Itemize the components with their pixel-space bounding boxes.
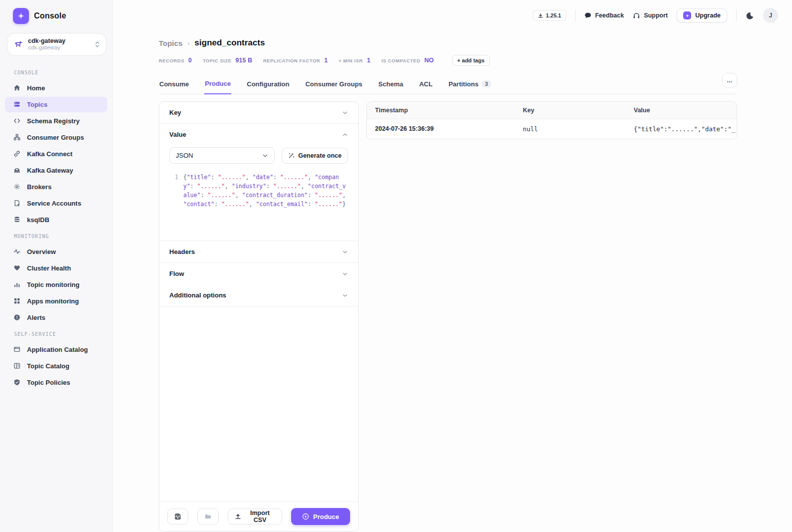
tab-produce[interactable]: Produce xyxy=(204,77,231,94)
column-header-key: Key xyxy=(515,102,626,119)
tab-acl[interactable]: ACL xyxy=(418,77,433,94)
value-section-body: JSON Generate once 1 {"title": "......",… xyxy=(159,145,358,241)
file-badge-icon xyxy=(13,200,21,207)
tab-schema[interactable]: Schema xyxy=(378,77,404,94)
produce-form-card: Key Value JSON xyxy=(159,101,359,532)
select-updown-icon xyxy=(95,40,100,48)
record-timestamp: 2024-07-26 15:36:39 xyxy=(367,119,515,139)
console-logo-icon xyxy=(13,8,29,24)
link-icon xyxy=(13,150,21,157)
sidebar-item-label: Topic monitoring xyxy=(27,281,79,288)
headset-icon xyxy=(633,12,640,19)
generate-once-button[interactable]: Generate once xyxy=(282,148,348,164)
import-csv-button[interactable]: Import CSV xyxy=(228,509,282,525)
folder-icon xyxy=(204,513,212,520)
sidebar-nav: CONSOLE Home Topics Schema Registry Cons… xyxy=(0,65,112,390)
sidebar-item-home[interactable]: Home xyxy=(5,80,107,96)
headers-section-toggle[interactable]: Headers xyxy=(159,241,358,263)
chevron-down-icon xyxy=(262,153,268,159)
open-folder-button[interactable] xyxy=(197,509,218,525)
topbar: 1.25.1 Feedback Support Upgrade J xyxy=(113,0,792,31)
topic-stats-row: RECORDS 0 TOPIC SIZE 915 B REPLICATION F… xyxy=(159,55,737,66)
form-card-spacer xyxy=(159,306,358,502)
browser-icon xyxy=(13,346,21,353)
stat-topic-size: TOPIC SIZE 915 B xyxy=(203,57,252,64)
sidebar-item-topic-monitoring[interactable]: Topic monitoring xyxy=(5,277,107,292)
sidebar-item-label: ksqlDB xyxy=(27,216,49,224)
sidebar-item-alerts[interactable]: Alerts xyxy=(5,310,107,325)
sidebar-item-overview[interactable]: Overview xyxy=(5,244,107,260)
tab-configuration[interactable]: Configuration xyxy=(246,77,290,94)
topic-tabs: Consume Produce Configuration Consumer G… xyxy=(159,77,737,94)
feedback-button[interactable]: Feedback xyxy=(585,12,624,19)
version-button[interactable]: 1.25.1 xyxy=(533,10,566,21)
format-selected-value: JSON xyxy=(176,152,193,159)
sidebar-item-schema-registry[interactable]: Schema Registry xyxy=(5,113,107,129)
add-tags-button[interactable]: + add tags xyxy=(452,55,490,66)
stat-replication-factor: REPLICATION FACTOR 1 xyxy=(263,57,328,64)
sidebar-item-label: Application Catalog xyxy=(27,346,88,353)
sidebar-item-service-accounts[interactable]: Service Accounts xyxy=(5,196,107,211)
sidebar-item-ksqldb[interactable]: ksqlDB xyxy=(5,212,107,228)
stat-min-isr: < MIN ISR 1 xyxy=(339,57,371,64)
topbar-divider xyxy=(575,9,576,21)
support-button[interactable]: Support xyxy=(633,12,668,19)
upgrade-label: Upgrade xyxy=(695,12,721,19)
key-section-toggle[interactable]: Key xyxy=(159,102,358,123)
chat-bubble-icon xyxy=(585,12,592,19)
sidebar-item-brokers[interactable]: Brokers xyxy=(5,179,107,195)
sidebar-item-cluster-health[interactable]: Cluster Health xyxy=(5,261,107,276)
editor-line-number: 1 xyxy=(170,173,178,236)
sidebar-item-topic-catalog[interactable]: Topic Catalog xyxy=(5,358,107,374)
flow-section-toggle[interactable]: Flow xyxy=(159,263,358,284)
avatar-initial: J xyxy=(769,12,773,19)
sidebar: Console cdk-gateway cdk-gateway CONSOLE … xyxy=(0,0,113,532)
sidebar-item-apps-monitoring[interactable]: Apps monitoring xyxy=(5,293,107,309)
dark-mode-toggle[interactable] xyxy=(746,11,754,20)
alert-circle-icon xyxy=(13,314,21,321)
support-label: Support xyxy=(644,12,668,19)
key-section-title: Key xyxy=(169,109,181,116)
grid-icon xyxy=(13,297,21,304)
app-title: Console xyxy=(34,11,66,20)
sidebar-item-consumer-groups[interactable]: Consumer Groups xyxy=(5,130,107,145)
sidebar-item-kafka-gateway[interactable]: Kafka Gateway xyxy=(5,163,107,178)
upload-icon xyxy=(235,514,241,520)
value-section-toggle[interactable]: Value xyxy=(159,124,358,145)
code-brackets-icon xyxy=(13,117,21,124)
sidebar-item-label: Home xyxy=(27,84,45,92)
cluster-selector[interactable]: cdk-gateway cdk-gateway xyxy=(7,33,106,56)
save-icon xyxy=(174,513,181,520)
table-row[interactable]: 2024-07-26 15:36:39 null {"title":".....… xyxy=(367,119,737,139)
topbar-divider xyxy=(736,9,737,21)
sidebar-item-topic-policies[interactable]: Topic Policies xyxy=(5,375,107,390)
magic-wand-icon xyxy=(288,152,295,159)
produced-records-table: Timestamp Key Value 2024-07-26 15:36:39 … xyxy=(367,101,737,139)
upgrade-spark-icon xyxy=(683,11,691,19)
value-editor[interactable]: 1 {"title": "......", "date": "......", … xyxy=(169,171,348,241)
save-template-button[interactable] xyxy=(167,509,188,525)
sidebar-item-application-catalog[interactable]: Application Catalog xyxy=(5,342,107,357)
tab-consumer-groups[interactable]: Consumer Groups xyxy=(305,77,363,94)
tab-consume[interactable]: Consume xyxy=(159,77,189,94)
chevron-down-icon xyxy=(342,249,348,255)
stat-records: RECORDS 0 xyxy=(159,57,192,64)
sidebar-item-topics[interactable]: Topics xyxy=(5,97,107,112)
produce-button[interactable]: Produce xyxy=(291,508,350,525)
sidebar-item-kafka-connect[interactable]: Kafka Connect xyxy=(5,146,107,162)
gear-icon xyxy=(13,183,21,190)
version-label: 1.25.1 xyxy=(546,12,561,18)
value-format-select[interactable]: JSON xyxy=(169,147,275,164)
dog-icon xyxy=(14,40,23,48)
more-options-button[interactable]: ... xyxy=(722,73,737,88)
download-icon xyxy=(538,13,543,18)
sidebar-item-label: Alerts xyxy=(27,314,45,321)
breadcrumb-topics-link[interactable]: Topics xyxy=(159,39,182,47)
nav-section-console: CONSOLE xyxy=(0,65,112,79)
tab-partitions[interactable]: Partitions 3 xyxy=(448,77,491,94)
user-avatar[interactable]: J xyxy=(763,8,778,23)
generate-once-label: Generate once xyxy=(298,152,342,159)
upgrade-button[interactable]: Upgrade xyxy=(677,8,727,22)
additional-options-toggle[interactable]: Additional options xyxy=(159,284,358,306)
hierarchy-icon xyxy=(13,134,21,141)
